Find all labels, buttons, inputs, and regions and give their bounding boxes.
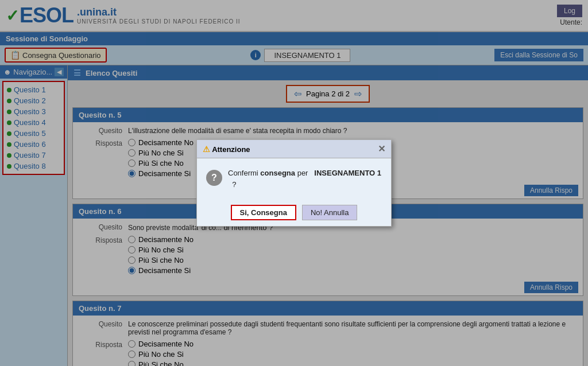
modal-title: ⚠ Attenzione [203, 145, 250, 154]
modal-footer: Si, Consegna No! Annulla [197, 199, 391, 226]
modal: ⚠ Attenzione ✕ ? Confermi consegna per I… [196, 139, 392, 227]
si-consegna-button[interactable]: Si, Consegna [231, 205, 296, 220]
modal-header: ⚠ Attenzione ✕ [197, 140, 391, 158]
modal-overlay: ⚠ Attenzione ✕ ? Confermi consegna per I… [0, 0, 588, 366]
question-mark-icon: ? [206, 170, 222, 186]
no-annulla-button[interactable]: No! Annulla [302, 205, 358, 220]
modal-body: ? Confermi consegna per INSEGNAMENTO 1 ? [197, 158, 391, 199]
modal-close-button[interactable]: ✕ [378, 143, 385, 154]
modal-text: Confermi consegna per INSEGNAMENTO 1 ? [228, 168, 382, 190]
modal-bold-consegna: consegna [260, 169, 295, 177]
modal-insegnamento: INSEGNAMENTO 1 [314, 169, 381, 177]
warning-icon: ⚠ [203, 145, 210, 154]
